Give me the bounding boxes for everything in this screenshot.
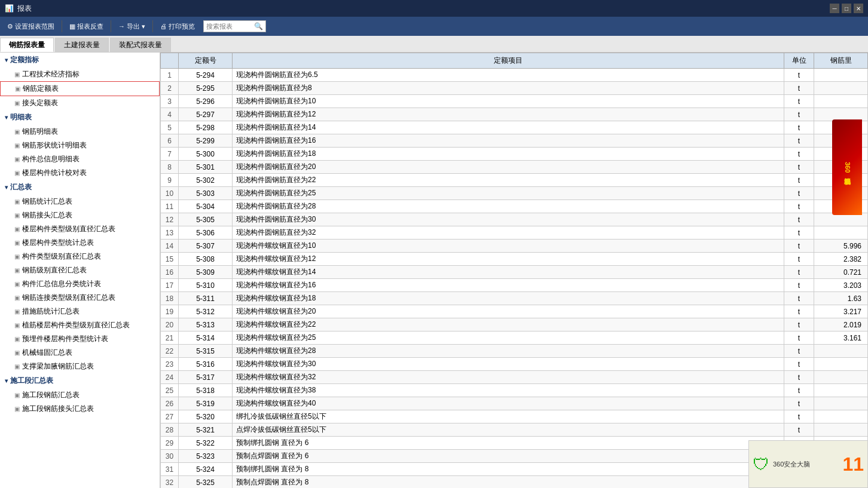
cell-num: 2 [161, 82, 179, 95]
cell-code: 5-317 [179, 371, 233, 384]
table-row[interactable]: 65-299现浇构件圆钢筋直径为16t [161, 134, 868, 148]
section-construction-summary[interactable]: 施工段汇总表 [0, 373, 160, 388]
table-row[interactable]: 145-307现浇构件螺纹钢直径为10t5.996 [161, 240, 868, 253]
doc-icon-10: ▣ [14, 226, 20, 232]
cell-unit: t [784, 371, 814, 384]
table-row[interactable]: 175-310现浇构件螺纹钢直径为16t3.203 [161, 279, 868, 292]
sidebar-item-engineering-index[interactable]: ▣ 工程技术经济指标 [0, 67, 160, 81]
sidebar-item-floor-type-total[interactable]: ▣ 楼层构件类型统计总表 [0, 236, 160, 250]
table-row[interactable]: 105-303现浇构件圆钢筋直径为25t [161, 187, 868, 200]
sidebar-item-rebar-quota[interactable]: ▣ 钢筋定额表 [0, 81, 160, 96]
cell-qty [814, 423, 868, 437]
doc-icon-21: ▣ [14, 392, 20, 398]
table-row[interactable]: 25-295现浇构件圆钢筋直径为8t [161, 82, 868, 95]
table-row[interactable]: 75-300现浇构件圆钢筋直径为18t [161, 148, 868, 161]
section-detail[interactable]: 明细表 [0, 110, 160, 125]
sidebar-item-embedded-stats[interactable]: ▣ 预埋件楼层构件类型统计表 [0, 332, 160, 346]
sidebar-item-measure-rebar[interactable]: ▣ 措施筋统计汇总表 [0, 305, 160, 318]
minimize-button[interactable]: ─ [830, 4, 839, 13]
table-row[interactable]: 265-319现浇构件螺纹钢直径为40t [161, 397, 868, 410]
search-box[interactable]: 🔍 [203, 20, 266, 32]
doc-icon-8: ▣ [14, 198, 20, 205]
table-row[interactable]: 185-311现浇构件螺纹钢直径为18t1.63 [161, 292, 868, 305]
sidebar-item-rebar-summary[interactable]: ▣ 钢筋统计汇总表 [0, 195, 160, 208]
table-row[interactable]: 245-317现浇构件螺纹钢直径为32t [161, 371, 868, 384]
cell-num: 27 [161, 410, 179, 423]
bottom-right-badge[interactable]: 🛡 360安全大脑 11 [748, 440, 868, 488]
cell-unit: t [784, 187, 814, 200]
table-area: 定额号 定额项目 单位 钢筋里 15-294现浇构件圆钢筋直径为6.5t25-2… [160, 53, 868, 488]
tab-civil-report[interactable]: 土建报表量 [55, 38, 109, 52]
doc-icon-15: ▣ [14, 294, 20, 301]
table-row[interactable]: 95-302现浇构件圆钢筋直径为22t [161, 174, 868, 187]
table-row[interactable]: 225-315现浇构件螺纹钢直径为28t [161, 345, 868, 358]
sidebar-item-floor-stats[interactable]: ▣ 楼层构件统计校对表 [0, 166, 160, 180]
table-row[interactable]: 235-316现浇构件螺纹钢直径为30t [161, 358, 868, 371]
close-button[interactable]: ✕ [854, 4, 863, 13]
table-row[interactable]: 55-298现浇构件圆钢筋直径为14t [161, 121, 868, 134]
dropdown-icon: ▾ [142, 23, 145, 30]
sidebar-item-joint-summary[interactable]: ▣ 钢筋接头汇总表 [0, 208, 160, 222]
sidebar-item-floor-type-dia-summary[interactable]: ▣ 楼层构件类型级别直径汇总表 [0, 222, 160, 236]
cell-name: 现浇构件螺纹钢直径为16 [233, 279, 784, 292]
overlay-banner[interactable]: 360影视墙 [832, 119, 862, 215]
export-button[interactable]: → 导出 ▾ [115, 21, 149, 32]
sidebar-item-type-dia-summary[interactable]: ▣ 构件类型级别直径汇总表 [0, 250, 160, 263]
doc-icon-16: ▣ [14, 308, 20, 315]
sidebar-item-support-beam-rebar[interactable]: ▣ 支撑梁加腋钢筋汇总表 [0, 360, 160, 373]
cell-code: 5-295 [179, 82, 233, 95]
search-input[interactable] [206, 23, 254, 30]
cell-code: 5-299 [179, 134, 233, 148]
set-range-button[interactable]: ⚙ 设置报表范围 [4, 21, 58, 32]
report-trace-button[interactable]: ▦ 报表反查 [66, 21, 107, 32]
tab-rebar-report[interactable]: 钢筋报表量 [0, 38, 54, 52]
sidebar-item-grade-dia-summary[interactable]: ▣ 钢筋级别直径汇总表 [0, 263, 160, 277]
table-row[interactable]: 275-320绑扎冷拔低碳钢丝直径5以下t [161, 410, 868, 423]
section-quota-index[interactable]: 定额指标 [0, 53, 160, 67]
cell-qty [814, 95, 868, 108]
sidebar-item-joint-quota[interactable]: ▣ 接头定额表 [0, 96, 160, 110]
cell-unit: t [784, 332, 814, 345]
table-row[interactable]: 135-306现浇构件圆钢筋直径为32t [161, 226, 868, 240]
cell-qty [814, 371, 868, 384]
table-row[interactable]: 165-309现浇构件螺纹钢直径为14t0.721 [161, 266, 868, 279]
table-row[interactable]: 155-308现浇构件螺纹钢直径为12t2.382 [161, 253, 868, 266]
table-row[interactable]: 205-313现浇构件螺纹钢直径为22t2.019 [161, 318, 868, 332]
cell-num: 28 [161, 423, 179, 437]
maximize-button[interactable]: □ [842, 4, 851, 13]
table-row[interactable]: 195-312现浇构件螺纹钢直径为20t3.217 [161, 305, 868, 318]
table-row[interactable]: 285-321点焊冷拔低碳钢丝直径5以下t [161, 423, 868, 437]
cell-unit: t [784, 82, 814, 95]
print-preview-button[interactable]: 🖨 打印预览 [157, 21, 198, 32]
cell-num: 19 [161, 305, 179, 318]
shield-icon: 🛡 [753, 455, 769, 474]
section-summary[interactable]: 汇总表 [0, 180, 160, 195]
divider-3 [152, 20, 153, 32]
sidebar-item-component-info-stats[interactable]: ▣ 构件汇总信息分类统计表 [0, 277, 160, 291]
sidebar-item-component-info-detail[interactable]: ▣ 构件总信息明细表 [0, 152, 160, 166]
sidebar-item-rebar-detail[interactable]: ▣ 钢筋明细表 [0, 125, 160, 139]
table-row[interactable]: 15-294现浇构件圆钢筋直径为6.5t [161, 69, 868, 82]
cell-num: 8 [161, 161, 179, 174]
doc-icon-6: ▣ [14, 156, 20, 162]
sidebar-item-mechanical-anchor[interactable]: ▣ 机械锚固汇总表 [0, 346, 160, 360]
table-row[interactable]: 85-301现浇构件圆钢筋直径为20t [161, 161, 868, 174]
cell-qty [814, 82, 868, 95]
tab-prefab-report[interactable]: 装配式报表量 [110, 38, 171, 52]
cell-code: 5-316 [179, 358, 233, 371]
cell-code: 5-320 [179, 410, 233, 423]
table-row[interactable]: 255-318现浇构件螺纹钢直径为38t [161, 384, 868, 397]
table-row[interactable]: 125-305现浇构件圆钢筋直径为30t [161, 213, 868, 226]
table-row[interactable]: 115-304现浇构件圆钢筋直径为28t [161, 200, 868, 213]
sidebar-item-rebar-conn-summary[interactable]: ▣ 钢筋连接类型级别直径汇总表 [0, 291, 160, 305]
cell-num: 11 [161, 200, 179, 213]
table-row[interactable]: 45-297现浇构件圆钢筋直径为12t [161, 108, 868, 121]
sidebar-item-construction-rebar[interactable]: ▣ 施工段钢筋汇总表 [0, 388, 160, 402]
table-row[interactable]: 215-314现浇构件螺纹钢直径为25t3.161 [161, 332, 868, 345]
sidebar-item-rebar-shape-detail[interactable]: ▣ 钢筋形状统计明细表 [0, 139, 160, 152]
sidebar-item-construction-joint[interactable]: ▣ 施工段钢筋接头汇总表 [0, 402, 160, 416]
cell-name: 现浇构件圆钢筋直径为8 [233, 82, 784, 95]
table-row[interactable]: 35-296现浇构件圆钢筋直径为10t [161, 95, 868, 108]
sidebar-item-planted-rebar-summary[interactable]: ▣ 植筋楼层构件类型级别直径汇总表 [0, 318, 160, 332]
divider-2 [111, 20, 111, 32]
